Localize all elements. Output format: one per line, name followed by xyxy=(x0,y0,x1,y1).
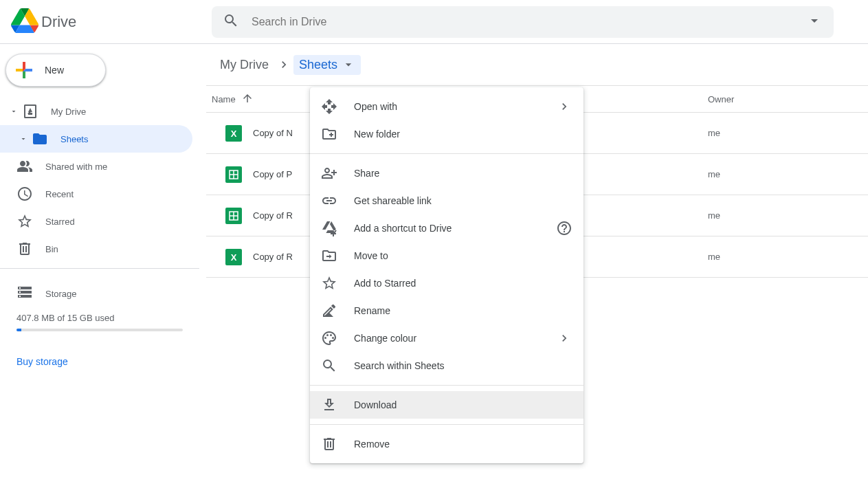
svg-text:X: X xyxy=(231,252,237,263)
search-options-button[interactable] xyxy=(799,7,830,37)
folder-icon xyxy=(32,131,48,147)
svg-point-18 xyxy=(324,337,326,339)
storage-label: Storage xyxy=(45,289,77,299)
menu-item-label: Share xyxy=(354,168,572,179)
chevron-right-icon xyxy=(556,98,572,115)
search-icon xyxy=(223,12,239,32)
menu-item-label: New folder xyxy=(354,129,572,140)
menu-item-new-folder[interactable]: New folder xyxy=(310,120,583,148)
download-icon xyxy=(321,397,337,413)
file-owner: me xyxy=(708,169,845,179)
storage-icon xyxy=(16,284,33,303)
arrow-drop-down-icon xyxy=(342,58,355,71)
menu-item-label: Change colour xyxy=(354,333,556,344)
drive-shortcut-icon xyxy=(321,220,337,236)
sidebar-divider xyxy=(0,268,199,269)
open-with-icon xyxy=(321,98,337,115)
trash-icon xyxy=(321,436,337,452)
buy-storage-link[interactable]: Buy storage xyxy=(16,356,68,367)
storage-bar xyxy=(16,329,183,331)
breadcrumb-sheets[interactable]: Sheets xyxy=(293,55,361,75)
sidebar-item-label: My Drive xyxy=(51,107,86,117)
menu-item-label: Remove xyxy=(354,439,572,450)
logo-area[interactable]: Drive xyxy=(11,7,212,37)
menu-item-label: Get shareable link xyxy=(354,195,572,206)
sidebar-item-label: Sheets xyxy=(60,134,88,144)
drive-logo-icon xyxy=(11,7,38,37)
header: Drive xyxy=(0,0,868,44)
file-type-icon xyxy=(225,208,242,224)
svg-marker-15 xyxy=(326,254,332,258)
people-icon xyxy=(16,158,33,175)
palette-icon xyxy=(321,330,337,346)
menu-item-pencil[interactable]: Rename xyxy=(310,297,583,324)
menu-item-palette[interactable]: Change colour xyxy=(310,324,583,352)
sidebar-item-label: Recent xyxy=(45,189,74,199)
file-type-icon: X xyxy=(225,125,242,142)
help-icon[interactable] xyxy=(556,220,572,236)
storage-bar-fill xyxy=(16,329,21,331)
sidebar-item-recent[interactable]: Recent xyxy=(0,180,192,208)
new-button[interactable]: New xyxy=(5,54,106,87)
arrow-drop-down-icon xyxy=(806,12,823,32)
svg-point-20 xyxy=(330,334,332,336)
file-name: Copy of R xyxy=(253,210,293,221)
pencil-icon xyxy=(321,302,337,319)
trash-icon xyxy=(16,241,33,257)
sidebar-item-bin[interactable]: Bin xyxy=(0,235,192,263)
search-bar xyxy=(212,6,834,38)
product-name: Drive xyxy=(38,13,76,31)
menu-item-star[interactable]: Add to Starred xyxy=(310,269,583,297)
search-button[interactable] xyxy=(216,7,246,37)
sidebar-item-shared[interactable]: Shared with me xyxy=(0,153,192,180)
menu-item-download[interactable]: Download xyxy=(310,391,583,419)
menu-divider xyxy=(310,153,583,154)
chevron-right-icon xyxy=(556,330,572,346)
svg-point-21 xyxy=(332,337,334,339)
search-input[interactable] xyxy=(246,16,799,28)
menu-item-search[interactable]: Search within Sheets xyxy=(310,352,583,379)
file-name: Copy of R xyxy=(253,252,293,262)
expand-icon[interactable] xyxy=(15,135,32,143)
expand-icon[interactable] xyxy=(5,107,22,115)
storage-section: Storage 407.8 MB of 15 GB used Buy stora… xyxy=(0,274,199,368)
menu-item-move[interactable]: Move to xyxy=(310,242,583,269)
menu-item-open-with[interactable]: Open with xyxy=(310,93,583,120)
breadcrumb-label: Sheets xyxy=(299,58,337,72)
sidebar-tree: My Drive Sheets Shared with me Recent St… xyxy=(0,98,199,263)
breadcrumb-my-drive[interactable]: My Drive xyxy=(214,55,274,75)
column-header-owner[interactable]: Owner xyxy=(708,94,845,104)
chevron-right-icon xyxy=(277,58,291,71)
menu-item-label: Rename xyxy=(354,305,572,316)
menu-divider xyxy=(310,385,583,386)
menu-item-person-add[interactable]: Share xyxy=(310,159,583,187)
sidebar-item-label: Bin xyxy=(45,244,58,254)
sidebar: New My Drive Sheets Shared with me Recen… xyxy=(0,44,199,368)
star-icon xyxy=(16,213,33,230)
drive-icon xyxy=(22,103,38,120)
menu-item-drive-shortcut[interactable]: Add a shortcut to Drive xyxy=(310,214,583,242)
menu-item-label: Add a shortcut to Drive xyxy=(354,223,556,234)
menu-item-trash[interactable]: Remove xyxy=(310,430,583,458)
menu-item-label: Add to Starred xyxy=(354,278,572,289)
menu-item-label: Search within Sheets xyxy=(354,360,572,371)
sidebar-item-storage[interactable]: Storage xyxy=(16,280,183,307)
breadcrumb-label: My Drive xyxy=(220,58,269,72)
file-owner: me xyxy=(708,210,845,221)
menu-divider xyxy=(310,424,583,425)
search-icon xyxy=(321,357,337,374)
sidebar-item-label: Shared with me xyxy=(45,162,107,172)
file-name: Copy of P xyxy=(253,169,292,179)
file-owner: me xyxy=(708,252,845,262)
person-add-icon xyxy=(321,165,337,181)
breadcrumb: My Drive Sheets xyxy=(206,44,868,85)
menu-item-link[interactable]: Get shareable link xyxy=(310,187,583,214)
context-menu: Open withNew folderShareGet shareable li… xyxy=(310,87,583,463)
svg-point-19 xyxy=(326,334,329,336)
sidebar-item-my-drive[interactable]: My Drive xyxy=(0,98,192,125)
menu-item-label: Download xyxy=(354,399,572,410)
sidebar-item-starred[interactable]: Starred xyxy=(0,208,192,235)
sidebar-item-sheets[interactable]: Sheets xyxy=(0,125,192,153)
file-type-icon: X xyxy=(225,249,242,265)
file-type-icon xyxy=(225,166,242,183)
